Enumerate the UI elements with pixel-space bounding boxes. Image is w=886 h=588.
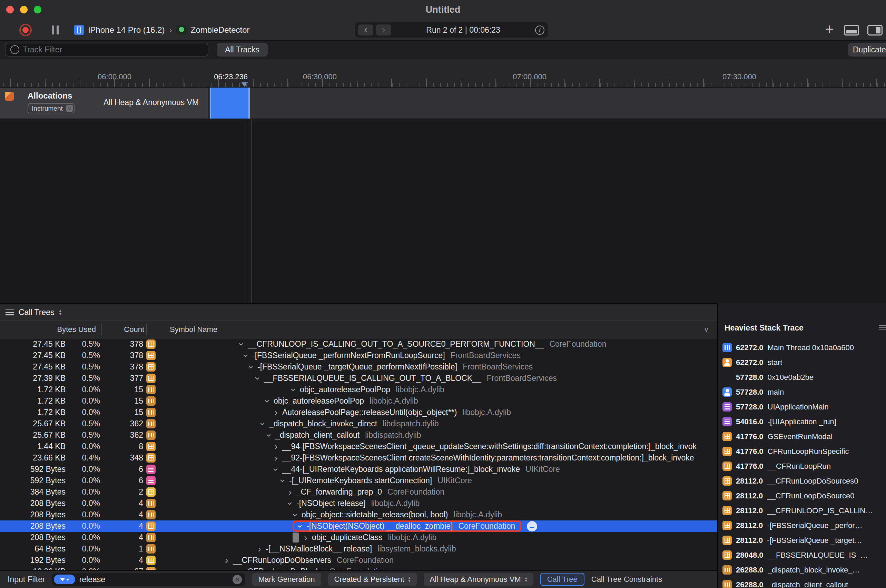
stack-frame[interactable]: 28112.0 __CFRunLoopDoSources0: [718, 474, 886, 488]
call-tree-constraints-button[interactable]: Call Tree Constraints: [591, 575, 662, 584]
call-tree-row[interactable]: 64 Bytes 0.0% 1 › -[__NSMallocBlock__ re…: [0, 543, 717, 555]
disclosure-triangle-icon[interactable]: ›: [229, 567, 237, 570]
stack-trace-options-icon[interactable]: [879, 324, 886, 330]
disclosure-triangle-icon[interactable]: ›: [237, 340, 246, 348]
time-selection-region[interactable]: [210, 87, 250, 118]
stack-frame[interactable]: 54016.0 -[UIApplication _run]: [718, 414, 886, 429]
call-tree-row[interactable]: 25.67 KB 0.5% 362 › _dispatch_block_invo…: [0, 418, 717, 429]
call-tree-button[interactable]: Call Tree: [540, 573, 584, 586]
stack-frame[interactable]: 57728.0 UIApplicationMain: [718, 399, 886, 414]
disclosure-triangle-icon[interactable]: ›: [253, 374, 263, 382]
disclosure-triangle-icon[interactable]: ›: [258, 420, 268, 428]
input-filter-input[interactable]: [79, 575, 233, 584]
column-bytes-used[interactable]: Bytes Used: [0, 321, 99, 338]
call-tree-row[interactable]: 208 Bytes 0.0% 4 › objc_duplicateClass l…: [0, 532, 717, 543]
all-tracks-button[interactable]: All Tracks: [217, 43, 268, 57]
disclosure-triangle-icon[interactable]: ›: [285, 500, 295, 508]
call-tree-row[interactable]: 27.45 KB 0.5% 378 › __CFRUNLOOP_IS_CALLI…: [0, 339, 717, 350]
toggle-bottom-panel-icon[interactable]: [844, 25, 859, 36]
disclosure-triangle-icon[interactable]: ›: [290, 511, 300, 519]
stack-frame[interactable]: 28112.0 __CFRunLoopDoSource0: [718, 488, 886, 503]
disclosure-triangle-icon[interactable]: ›: [295, 522, 305, 531]
call-tree-row[interactable]: 27.45 KB 0.5% 378 › -[FBSSerialQueue _ta…: [0, 361, 717, 373]
filter-scope-toggle[interactable]: ▾: [54, 574, 75, 584]
instrument-badge[interactable]: Instrument∨: [28, 104, 75, 113]
detail-type-label[interactable]: Call Trees: [19, 308, 54, 317]
disclosure-triangle-icon[interactable]: ›: [278, 477, 288, 485]
stack-frame[interactable]: 28112.0 -[FBSSerialQueue _target…: [718, 533, 886, 548]
allocations-track[interactable]: Allocations Instrument∨ All Heap & Anony…: [0, 87, 886, 119]
previous-run-button[interactable]: ‹: [358, 24, 373, 36]
call-tree-row[interactable]: 1.44 KB 0.0% 8 › __94-[FBSWorkspaceScene…: [0, 441, 717, 452]
track-timeline[interactable]: [209, 87, 886, 118]
time-ruler[interactable]: 06:00.00006:30.00007:00.00007:30.000 06:…: [0, 59, 886, 87]
clear-filter-icon[interactable]: ✕: [233, 575, 242, 584]
stack-frame[interactable]: 28112.0 __CFRUNLOOP_IS_CALLIN…: [718, 503, 886, 518]
record-button[interactable]: [19, 24, 32, 36]
bytes-used-value: 25.67 KB: [0, 419, 66, 428]
stack-frame[interactable]: 26288.0 _dispatch_client_callout: [718, 578, 886, 588]
mark-generation-button[interactable]: Mark Generation: [252, 573, 321, 586]
call-tree-row[interactable]: 1.72 KB 0.0% 15 › objc_autoreleasePoolPo…: [0, 395, 717, 407]
call-tree-row[interactable]: 192 Bytes 0.0% 4 › __CFRunLoopDoObserver…: [0, 555, 717, 566]
heap-dropdown[interactable]: All Heap & Anonymous VM▴▾: [424, 573, 533, 586]
track-filter-input[interactable]: [23, 45, 203, 54]
stack-frame[interactable]: 57728.0 0x10e0ab2be: [718, 370, 886, 385]
stack-frame[interactable]: 28112.0 -[FBSSerialQueue _perfor…: [718, 518, 886, 533]
call-tree-row[interactable]: 384 Bytes 0.0% 2 › _CF_forwarding_prep_0…: [0, 486, 717, 498]
disclosure-triangle-icon[interactable]: ›: [286, 488, 294, 497]
stack-frame[interactable]: 41776.0 __CFRunLoopRun: [718, 459, 886, 474]
stack-frame[interactable]: 41776.0 GSEventRunModal: [718, 429, 886, 444]
call-tree-row[interactable]: 27.39 KB 0.5% 377 › __FBSSERIALQUEUE_IS_…: [0, 373, 717, 384]
call-tree-row[interactable]: 208 Bytes 0.0% 4 › objc_object::sidetabl…: [0, 509, 717, 520]
disclosure-triangle-icon[interactable]: ›: [302, 533, 310, 543]
focus-arrow-button[interactable]: →: [527, 521, 537, 531]
call-tree-row[interactable]: 208 Bytes 0.0% 4 › -[NSObject release] l…: [0, 498, 717, 509]
disclosure-triangle-icon[interactable]: ›: [241, 351, 251, 360]
add-instrument-button[interactable]: +: [825, 22, 834, 36]
track-filter-field[interactable]: ≡: [5, 43, 208, 57]
stack-frame[interactable]: 62272.0 start: [718, 355, 886, 370]
device-app-selector[interactable]: iPhone 14 Pro (16.2) › ZombieDetector: [74, 24, 250, 36]
column-count[interactable]: Count: [104, 321, 144, 338]
call-tree-row[interactable]: 23.66 KB 0.4% 348 › __92-[FBSWorkspaceSc…: [0, 452, 717, 464]
close-button[interactable]: [6, 6, 14, 14]
stack-frame[interactable]: 41776.0 CFRunLoopRunSpecific: [718, 444, 886, 459]
column-symbol-name[interactable]: Symbol Name: [170, 321, 217, 338]
disclosure-triangle-icon[interactable]: ›: [246, 363, 256, 371]
minimize-button[interactable]: [20, 6, 28, 14]
stack-frame[interactable]: 28048.0 __FBSSERIALQUEUE_IS_…: [718, 548, 886, 562]
disclosure-triangle-icon[interactable]: ›: [264, 431, 274, 440]
info-icon[interactable]: i: [535, 26, 545, 35]
sort-chevron-icon[interactable]: ∨: [704, 321, 709, 338]
detail-list-icon[interactable]: [6, 309, 14, 315]
input-filter-field[interactable]: ▾ ✕: [52, 573, 245, 586]
call-tree-row[interactable]: 592 Bytes 0.0% 6 › -[_UIRemoteKeyboards …: [0, 475, 717, 486]
count-value: 378: [100, 351, 143, 360]
stack-frame[interactable]: 26288.0 _dispatch_block_invoke_…: [718, 562, 886, 578]
call-tree-row[interactable]: 1.72 KB 0.0% 15 › objc_autoreleasePoolPo…: [0, 384, 717, 395]
disclosure-triangle-icon[interactable]: ›: [272, 408, 280, 417]
stack-frame[interactable]: 62272.0 Main Thread 0x10a0a600: [718, 340, 886, 355]
disclosure-triangle-icon[interactable]: ›: [289, 386, 298, 394]
disclosure-triangle-icon[interactable]: ›: [272, 453, 280, 463]
call-tree-row[interactable]: 1.72 KB 0.0% 15 › AutoreleasePoolPage::r…: [0, 407, 717, 418]
call-tree-row[interactable]: 208 Bytes 0.0% 4 › -[NSObject(NSObject) …: [0, 520, 717, 532]
call-tree-row[interactable]: 592 Bytes 0.0% 6 › __44-[_UIRemoteKeyboa…: [0, 464, 717, 475]
disclosure-triangle-icon[interactable]: ›: [223, 556, 231, 565]
disclosure-triangle-icon[interactable]: ›: [255, 544, 263, 554]
zoom-button[interactable]: [34, 6, 41, 14]
disclosure-triangle-icon[interactable]: ›: [263, 397, 272, 405]
detail-type-chevrons-icon[interactable]: ▴▾: [59, 309, 62, 316]
call-tree-row[interactable]: 12.06 KB 0.2% 87 › __CFRunLoopDoBlocks C…: [0, 566, 717, 570]
call-tree-row[interactable]: 27.45 KB 0.5% 378 › -[FBSSerialQueue _pe…: [0, 350, 717, 361]
scope-dropdown[interactable]: Created & Persistent▴▾: [328, 573, 417, 586]
next-run-button[interactable]: ›: [376, 24, 391, 36]
disclosure-triangle-icon[interactable]: ›: [271, 465, 281, 474]
stack-frame[interactable]: 57728.0 main: [718, 385, 886, 399]
pause-button[interactable]: [51, 25, 62, 35]
duplicate-button[interactable]: Duplicate: [848, 43, 886, 57]
disclosure-triangle-icon[interactable]: ›: [272, 442, 280, 452]
toggle-inspector-icon[interactable]: [867, 25, 883, 36]
call-tree-row[interactable]: 25.67 KB 0.5% 362 › _dispatch_client_cal…: [0, 429, 717, 441]
